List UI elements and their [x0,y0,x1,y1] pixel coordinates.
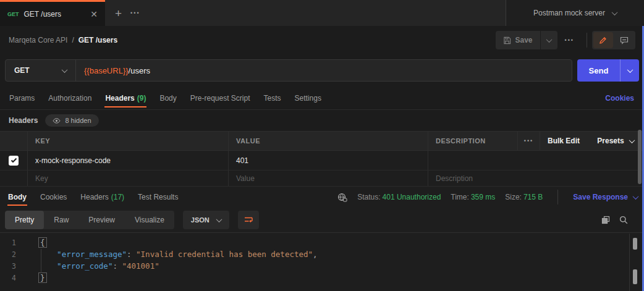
save-options-button[interactable] [540,31,557,49]
divider [557,190,558,205]
column-key: KEY [28,132,229,150]
tab-title: GET /users [24,10,61,19]
response-tab-headers[interactable]: Headers(17) [74,187,131,208]
code-line: 4} [0,272,644,284]
response-tab-body[interactable]: Body [1,187,33,208]
network-globe-icon [337,193,347,202]
response-tab-test-results[interactable]: Test Results [131,187,185,208]
column-value: VALUE [229,132,428,150]
breadcrumb-current: GET /users [78,36,117,44]
response-toolbar: Pretty Raw Preview Visualize JSON [0,208,644,232]
environment-name: Postman mock server [533,9,605,17]
url-variable: {{baseURL}} [84,66,129,75]
check-icon [11,158,17,163]
tab-more-icon[interactable]: ••• [130,10,140,16]
chevron-down-icon [546,36,552,43]
chevron-down-icon [629,137,635,143]
code-scrollbar-thumb[interactable] [633,238,637,250]
headers-table-head: KEY VALUE DESCRIPTION ••• Bulk Edit Pres… [0,131,644,151]
copy-icon [601,216,610,224]
response-headers-count: (17) [111,193,124,201]
chevron-down-icon [633,193,639,200]
tab-params[interactable]: Params [2,86,41,109]
header-key-cell[interactable]: x-mock-response-code [28,151,229,170]
send-options-button[interactable] [621,59,639,82]
code-line: 3 "error_code": "401001" [0,261,644,272]
divider [629,234,630,291]
edit-button[interactable] [593,32,613,48]
view-visualize[interactable]: Visualize [125,211,174,229]
response-tab-cookies[interactable]: Cookies [33,187,74,208]
method-select[interactable]: GET [6,60,76,81]
url-input[interactable]: {{baseURL}}/users [76,60,158,81]
search-button[interactable] [619,216,628,224]
tab-strip: GET GET /users ✕ + ••• Postman mock serv… [0,0,644,26]
bulk-edit-button[interactable]: Bulk Edit [540,132,587,150]
table-more-icon[interactable]: ••• [524,138,533,144]
header-description-cell[interactable] [428,151,644,170]
postman-app: GET GET /users ✕ + ••• Postman mock serv… [0,0,644,291]
comments-button[interactable] [614,32,634,48]
description-placeholder-cell[interactable]: Description [428,171,644,186]
tab-pre-request-script[interactable]: Pre-request Script [184,86,257,109]
headers-title: Headers [9,116,38,125]
value-placeholder-cell[interactable]: Value [229,171,428,186]
code-lines: 1{2 "error_message": "Invalid credential… [0,237,644,284]
view-pretty[interactable]: Pretty [5,211,44,229]
headers-count: (9) [137,94,146,103]
tab-authorization[interactable]: Authorization [41,86,98,109]
edit-comment-group [592,31,635,49]
time-badge: Time:359 ms [451,193,495,201]
response-tabs-row: Body Cookies Headers(17) Test Results St… [0,187,644,208]
breadcrumb-collection[interactable]: Marqeta Core API [9,36,67,44]
row-checkbox[interactable] [9,156,19,166]
code-line: 2 "error_message": "Invalid credential h… [0,249,644,261]
breadcrumb-separator: / [72,36,74,44]
chevron-down-icon [627,67,633,73]
comment-icon [620,36,629,44]
tab-body[interactable]: Body [153,86,183,109]
view-raw[interactable]: Raw [44,211,78,229]
wrap-text-button[interactable] [238,211,259,229]
tab-tests[interactable]: Tests [257,86,288,109]
method-value: GET [14,66,30,75]
view-preview[interactable]: Preview [78,211,125,229]
request-tabs: Params Authorization Headers(9) Body Pre… [0,86,644,110]
close-tab-icon[interactable]: ✕ [90,10,98,19]
status-badge: Status:401 Unauthorized [357,193,441,201]
hidden-headers-toggle[interactable]: 8 hidden [45,114,98,127]
send-button[interactable]: Send [577,59,621,82]
save-response-button[interactable]: Save Response [573,193,638,201]
url-path: /users [129,66,150,75]
breadcrumb-row: Marqeta Core API / GET /users Save ••• [0,26,644,54]
key-placeholder-cell[interactable]: Key [28,171,229,186]
save-button-group: Save [496,31,557,49]
tab-headers[interactable]: Headers(9) [98,86,153,109]
code-scrollbar-thumb[interactable] [633,269,637,284]
view-switcher: Pretty Raw Preview Visualize [5,211,174,229]
send-button-group: Send [577,59,639,82]
cookies-link[interactable]: Cookies [598,86,642,109]
size-value: 715 B [523,193,543,201]
tab-settings[interactable]: Settings [288,86,328,109]
request-url-row: GET {{baseURL}}/users Send [0,54,644,86]
format-dropdown[interactable]: JSON [183,211,229,229]
new-tab-icon[interactable]: + [115,7,122,19]
chevron-down-icon [62,67,68,73]
search-icon [619,216,628,224]
headers-subhead: Headers 8 hidden [0,110,644,131]
wrap-text-icon [244,216,253,224]
panel-scrollbar-thumb[interactable] [638,130,642,184]
request-tab[interactable]: GET GET /users ✕ [0,0,105,26]
response-body-viewer[interactable]: 1{2 "error_message": "Invalid credential… [0,232,644,291]
request-more-actions-icon[interactable]: ••• [557,37,582,43]
eye-icon [53,118,61,124]
save-button[interactable]: Save [496,31,540,49]
header-value-cell[interactable]: 401 [229,151,428,170]
pencil-icon [599,36,608,44]
presets-dropdown[interactable]: Presets [587,132,644,150]
environment-selector[interactable]: Postman mock server [506,0,644,26]
copy-button[interactable] [601,216,610,224]
tab-method-badge: GET [7,11,19,17]
header-row-empty: Key Value Description [0,171,644,187]
